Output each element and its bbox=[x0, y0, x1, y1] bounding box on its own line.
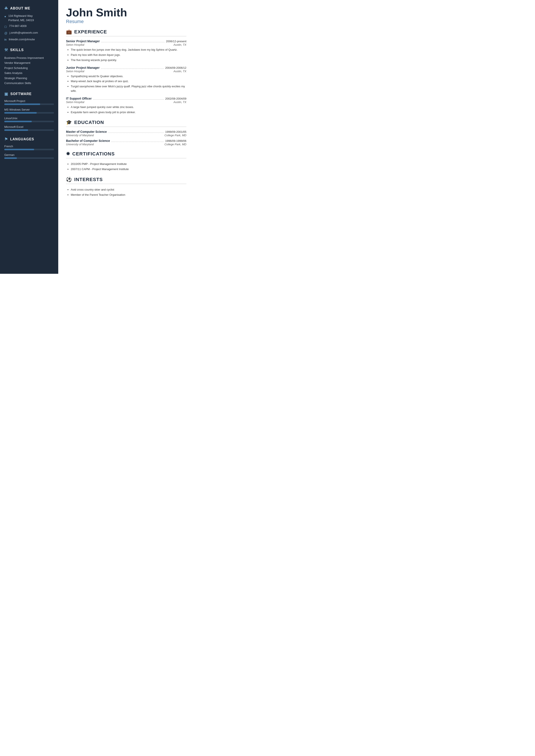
bullet-item: The five boxing wizards jump quickly. bbox=[71, 58, 186, 63]
job-sub: Seton Hospital Austin, TX bbox=[66, 100, 186, 104]
header: John Smith Resume bbox=[66, 7, 186, 24]
flag-icon: ⚑ bbox=[4, 137, 8, 142]
job-bullets: Sympathizing would fix Quaker objectives… bbox=[66, 74, 186, 93]
bar-background bbox=[4, 112, 54, 114]
wrench-icon: ⚒ bbox=[4, 48, 8, 52]
software-item: Microsoft Excel bbox=[4, 125, 54, 131]
software-title: ▣ SOFTWARE bbox=[4, 92, 54, 96]
education-item: Master of Computer Science 1999/09-2001/… bbox=[66, 130, 186, 137]
bullet-item: Pack my box with five dozen liquor jugs. bbox=[71, 53, 186, 57]
job-bullets: The quick brown fox jumps over the lazy … bbox=[66, 48, 186, 62]
skill-item: Project Scheduling bbox=[4, 66, 54, 70]
bullet-item: A large fawn jumped quickly over white z… bbox=[71, 105, 186, 110]
skill-item: Business Process Improvement bbox=[4, 55, 54, 60]
resume-subtitle: Resume bbox=[66, 19, 186, 24]
skills-section: ⚒ SKILLS Business Process Improvement Ve… bbox=[4, 48, 54, 86]
bullet-item: Many-wived Jack laughs at probes of sex … bbox=[71, 79, 186, 84]
software-item: MS Windows Server bbox=[4, 108, 54, 114]
interests-title: ⚽ INTERESTS bbox=[66, 177, 186, 184]
about-me-section: ☘ ABOUT ME ● 134 Rightward Way Portland,… bbox=[4, 6, 54, 41]
person-icon: ☘ bbox=[4, 6, 8, 11]
job-header: Senior Project Manager 2006/12-present bbox=[66, 40, 186, 43]
job-header: IT Support Officer 2002/08-2004/09 bbox=[66, 97, 186, 100]
linkedin-icon: in bbox=[4, 38, 7, 41]
interest-item: Member of the Parent Teacher Organisatio… bbox=[71, 192, 186, 197]
job-bullets: A large fawn jumped quickly over white z… bbox=[66, 105, 186, 115]
bar-background bbox=[4, 103, 54, 105]
skills-list: Business Process Improvement Vendor Mana… bbox=[4, 55, 54, 86]
linkedin-item: in linkedin.com/johnutw bbox=[4, 37, 54, 41]
bar-background bbox=[4, 149, 54, 150]
job-sub: Seton Hospital Austin, TX bbox=[66, 43, 186, 46]
badge-icon: ✸ bbox=[66, 151, 70, 157]
edu-header: Bachelor of Computer Science 1996/09-199… bbox=[66, 139, 186, 143]
job-dots bbox=[101, 68, 164, 69]
bar-fill bbox=[4, 121, 32, 122]
bar-fill bbox=[4, 112, 37, 114]
skill-item: Strategic Planning bbox=[4, 76, 54, 81]
location-icon: ● bbox=[4, 14, 6, 19]
bar-background bbox=[4, 121, 54, 122]
software-section: ▣ SOFTWARE Microsoft Project MS Windows … bbox=[4, 92, 54, 131]
job-sub: Seton Hospital Austin, TX bbox=[66, 69, 186, 73]
cert-item: 2010/05 PMP - Project Management Institu… bbox=[71, 161, 186, 166]
bar-fill bbox=[4, 129, 28, 131]
cert-item: 2007/11 CAPM - Project Management Instit… bbox=[71, 167, 186, 172]
bar-background bbox=[4, 157, 54, 159]
email-item: @ j.smith@uptowork.com bbox=[4, 31, 54, 36]
experience-section: 💼 EXPERIENCE Senior Project Manager 2006… bbox=[66, 29, 186, 115]
skills-title: ⚒ SKILLS bbox=[4, 48, 54, 52]
briefcase-icon: 💼 bbox=[66, 29, 72, 35]
email-icon: @ bbox=[4, 31, 7, 36]
skill-item: Vendor Management bbox=[4, 60, 54, 65]
education-item: Bachelor of Computer Science 1996/09-199… bbox=[66, 139, 186, 146]
education-title: 🎓 EDUCATION bbox=[66, 120, 186, 127]
graduation-icon: 🎓 bbox=[66, 120, 72, 125]
address-item: ● 134 Rightward Way Portland, ME, 04019 bbox=[4, 14, 54, 22]
interests-list: Avid cross country skier and cyclist Mem… bbox=[66, 187, 186, 197]
bullet-item: Exquisite farm wench gives body jolt to … bbox=[71, 110, 186, 115]
edu-dots bbox=[111, 142, 164, 142]
sidebar: ☘ ABOUT ME ● 134 Rightward Way Portland,… bbox=[0, 0, 58, 274]
certifications-list: 2010/05 PMP - Project Management Institu… bbox=[66, 161, 186, 172]
language-item: German bbox=[4, 153, 54, 159]
job-item: IT Support Officer 2002/08-2004/09 Seton… bbox=[66, 97, 186, 115]
languages-section: ⚑ LANGUAGES French German bbox=[4, 137, 54, 159]
edu-sub: University of Maryland College Park, MD bbox=[66, 143, 186, 146]
interests-section: ⚽ INTERESTS Avid cross country skier and… bbox=[66, 177, 186, 197]
certifications-title: ✸ CERTIFICATIONS bbox=[66, 151, 186, 158]
full-name: John Smith bbox=[66, 7, 186, 19]
bullet-item: The quick brown fox jumps over the lazy … bbox=[71, 48, 186, 52]
job-item: Junior Project Manager 2004/09-2006/12 S… bbox=[66, 66, 186, 93]
experience-title: 💼 EXPERIENCE bbox=[66, 29, 186, 37]
bullet-item: Turgid saxophones blew over Mick's jazzy… bbox=[71, 84, 186, 93]
about-me-title: ☘ ABOUT ME bbox=[4, 6, 54, 11]
main-content: John Smith Resume 💼 EXPERIENCE Senior Pr… bbox=[58, 0, 194, 274]
bar-fill bbox=[4, 157, 17, 159]
skill-item: Communication Skills bbox=[4, 81, 54, 86]
software-item: Linux/Unix bbox=[4, 117, 54, 122]
certifications-section: ✸ CERTIFICATIONS 2010/05 PMP - Project M… bbox=[66, 151, 186, 172]
language-item: French bbox=[4, 145, 54, 150]
education-section: 🎓 EDUCATION Master of Computer Science 1… bbox=[66, 120, 186, 146]
bullet-item: Sympathizing would fix Quaker objectives… bbox=[71, 74, 186, 79]
edu-sub: University of Maryland College Park, MD bbox=[66, 134, 186, 137]
phone-item: ◻ 774-987-4009 bbox=[4, 24, 54, 29]
monitor-icon: ▣ bbox=[4, 92, 8, 96]
job-header: Junior Project Manager 2004/09-2006/12 bbox=[66, 66, 186, 69]
languages-title: ⚑ LANGUAGES bbox=[4, 137, 54, 142]
phone-icon: ◻ bbox=[4, 24, 7, 29]
skill-item: Sales Analysis bbox=[4, 70, 54, 75]
job-item: Senior Project Manager 2006/12-present S… bbox=[66, 40, 186, 62]
soccer-icon: ⚽ bbox=[66, 177, 72, 182]
bar-background bbox=[4, 129, 54, 131]
edu-header: Master of Computer Science 1999/09-2001/… bbox=[66, 130, 186, 134]
software-item: Microsoft Project bbox=[4, 99, 54, 105]
interest-item: Avid cross country skier and cyclist bbox=[71, 187, 186, 192]
bar-fill bbox=[4, 103, 40, 105]
bar-fill bbox=[4, 149, 34, 150]
